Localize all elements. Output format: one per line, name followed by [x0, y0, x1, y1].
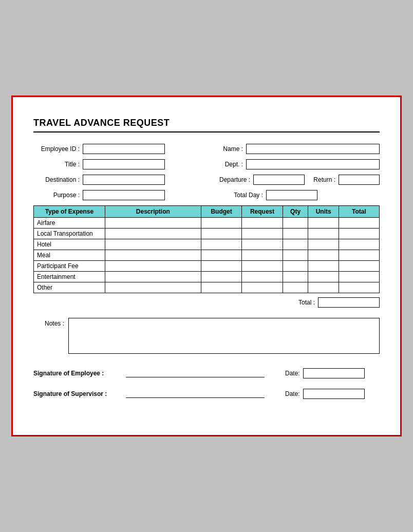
- departure-input[interactable]: [253, 175, 305, 185]
- expense-request-cell[interactable]: [242, 229, 283, 239]
- expense-total-cell[interactable]: [339, 239, 379, 250]
- title-input[interactable]: [83, 159, 165, 169]
- table-row: Entertainment: [34, 272, 380, 282]
- expense-budget-cell[interactable]: [201, 229, 241, 239]
- supervisor-date-label: Date:: [285, 390, 300, 397]
- expense-qty-cell[interactable]: [283, 282, 308, 293]
- expense-budget-cell[interactable]: [201, 250, 241, 261]
- expense-qty-cell[interactable]: [283, 250, 308, 261]
- expense-units-cell[interactable]: [308, 261, 339, 272]
- expense-type-cell: Airfare: [34, 218, 105, 229]
- purpose-input[interactable]: [83, 190, 165, 200]
- expense-request-cell[interactable]: [242, 239, 283, 250]
- dept-label: Dept. :: [197, 161, 243, 168]
- expense-request-cell[interactable]: [242, 282, 283, 293]
- expense-type-cell: Other: [34, 282, 105, 293]
- expense-table: Type of Expense Description Budget Reque…: [33, 205, 380, 293]
- dept-input[interactable]: [246, 159, 380, 169]
- expense-type-cell: Local Transportation: [34, 229, 105, 239]
- supervisor-signature-row: Signature of Supervisor : Date:: [33, 389, 380, 399]
- expense-units-cell[interactable]: [308, 282, 339, 293]
- name-group: Name :: [197, 144, 380, 154]
- expense-description-cell[interactable]: [105, 272, 201, 282]
- total-day-input[interactable]: [266, 190, 317, 200]
- expense-qty-cell[interactable]: [283, 229, 308, 239]
- expense-description-cell[interactable]: [105, 261, 201, 272]
- expense-budget-cell[interactable]: [201, 239, 241, 250]
- expense-budget-cell[interactable]: [201, 282, 241, 293]
- expense-description-cell[interactable]: [105, 239, 201, 250]
- title-label: Title :: [33, 161, 80, 168]
- employee-id-group: Employee ID :: [33, 144, 176, 154]
- col-total: Total: [339, 206, 379, 218]
- expense-description-cell[interactable]: [105, 282, 201, 293]
- page-title: TRAVEL ADVANCE REQUEST: [33, 118, 380, 128]
- form-row-2: Title : Dept. :: [33, 159, 380, 169]
- expense-request-cell[interactable]: [242, 250, 283, 261]
- col-description: Description: [105, 206, 201, 218]
- expense-qty-cell[interactable]: [283, 261, 308, 272]
- table-row: Local Transportation: [34, 229, 380, 239]
- expense-units-cell[interactable]: [308, 229, 339, 239]
- expense-total-cell[interactable]: [339, 261, 379, 272]
- expense-budget-cell[interactable]: [201, 261, 241, 272]
- form-row-1: Employee ID : Name :: [33, 144, 380, 154]
- total-day-group: Total Day :: [217, 190, 380, 200]
- expense-type-cell: Hotel: [34, 239, 105, 250]
- signature-section: Signature of Employee : Date: Signature …: [33, 368, 380, 399]
- expense-qty-cell[interactable]: [283, 272, 308, 282]
- col-qty: Qty: [283, 206, 308, 218]
- purpose-group: Purpose :: [33, 190, 196, 200]
- col-type: Type of Expense: [34, 206, 105, 218]
- notes-textarea[interactable]: [68, 318, 380, 354]
- col-units: Units: [308, 206, 339, 218]
- title-divider: [33, 131, 380, 132]
- destination-input[interactable]: [83, 175, 165, 185]
- expense-type-cell: Participant Fee: [34, 261, 105, 272]
- expense-units-cell[interactable]: [308, 218, 339, 229]
- name-input[interactable]: [246, 144, 380, 154]
- dept-group: Dept. :: [197, 159, 380, 169]
- expense-qty-cell[interactable]: [283, 239, 308, 250]
- employee-id-label: Employee ID :: [33, 145, 80, 153]
- expense-total-cell[interactable]: [339, 282, 379, 293]
- expense-request-cell[interactable]: [242, 218, 283, 229]
- total-label: Total :: [298, 299, 315, 306]
- name-label: Name :: [197, 145, 243, 153]
- expense-total-cell[interactable]: [339, 272, 379, 282]
- expense-description-cell[interactable]: [105, 250, 201, 261]
- form-row-3: Destination : Departure : Return :: [33, 175, 380, 185]
- expense-description-cell[interactable]: [105, 218, 201, 229]
- expense-total-cell[interactable]: [339, 229, 379, 239]
- employee-id-input[interactable]: [83, 144, 165, 154]
- employee-date-input[interactable]: [303, 368, 365, 378]
- expense-request-cell[interactable]: [242, 261, 283, 272]
- destination-label: Destination :: [33, 176, 80, 183]
- total-day-label: Total Day :: [217, 192, 263, 199]
- expense-total-cell[interactable]: [339, 218, 379, 229]
- expense-type-cell: Meal: [34, 250, 105, 261]
- expense-type-cell: Entertainment: [34, 272, 105, 282]
- return-input[interactable]: [339, 175, 380, 185]
- grand-total-input[interactable]: [318, 297, 380, 308]
- expense-units-cell[interactable]: [308, 250, 339, 261]
- col-request: Request: [242, 206, 283, 218]
- expense-units-cell[interactable]: [308, 272, 339, 282]
- expense-budget-cell[interactable]: [201, 218, 241, 229]
- table-row: Other: [34, 282, 380, 293]
- title-group: Title :: [33, 159, 176, 169]
- expense-units-cell[interactable]: [308, 239, 339, 250]
- total-row: Total :: [33, 297, 380, 308]
- form-row-4: Purpose : Total Day :: [33, 190, 380, 200]
- expense-description-cell[interactable]: [105, 229, 201, 239]
- supervisor-sig-line: [126, 390, 265, 398]
- departure-group: Departure : Return :: [204, 175, 380, 185]
- notes-section: Notes :: [33, 318, 380, 354]
- table-row: Airfare: [34, 218, 380, 229]
- expense-budget-cell[interactable]: [201, 272, 241, 282]
- expense-total-cell[interactable]: [339, 250, 379, 261]
- expense-request-cell[interactable]: [242, 272, 283, 282]
- supervisor-date-input[interactable]: [303, 389, 365, 399]
- expense-qty-cell[interactable]: [283, 218, 308, 229]
- table-row: Participant Fee: [34, 261, 380, 272]
